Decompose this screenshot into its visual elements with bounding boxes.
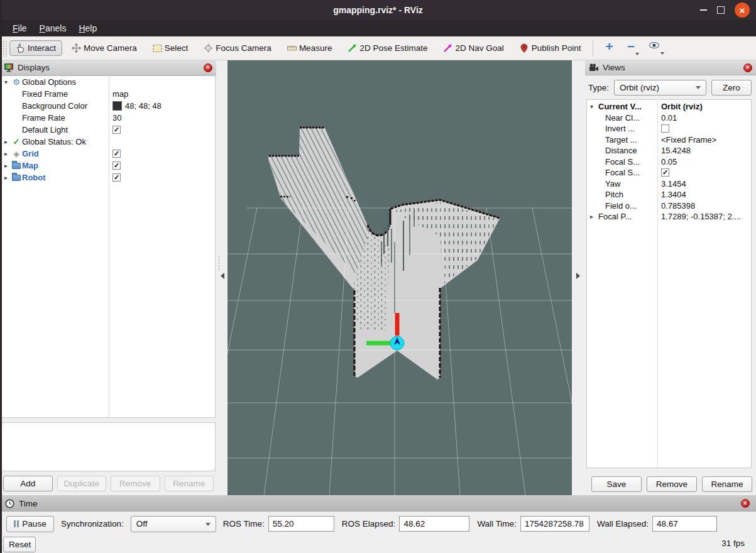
views-buttons: SaveRemoveRename [591,476,752,492]
property-value-cell[interactable]: 0.05 [657,157,677,167]
display-row-robot[interactable]: ▸Robot✓ [1,172,215,183]
property-value-cell[interactable]: ✓ [657,168,669,177]
expander-icon[interactable]: ▾ [590,103,598,110]
save-button[interactable]: Save [591,476,642,492]
expander-icon[interactable]: ▸ [590,213,598,220]
property-value-cell[interactable]: ✓ [109,173,121,182]
checkbox[interactable]: ✓ [112,162,121,170]
view-row-near-cl-[interactable]: Near Cl...0.01 [587,112,751,124]
time-panel-header[interactable]: Time × [0,496,756,512]
remove-tool-button[interactable]: − [622,40,640,57]
add-tool-button[interactable]: + [601,40,618,57]
menu-panels[interactable]: Panels [33,22,73,35]
view-row-focal-s-[interactable]: Focal S...0.05 [587,156,751,168]
display-row-grid[interactable]: ▸◈Grid✓ [1,148,215,160]
menu-help[interactable]: Help [72,22,103,35]
property-value-cell[interactable]: 15.4248 [657,146,691,155]
property-value-cell[interactable]: 48; 48; 48 [109,101,162,111]
checkbox[interactable]: ✓ [112,173,121,182]
right-splitter[interactable] [572,60,585,495]
time-field-label: ROS Time: [223,519,265,528]
display-row-map[interactable]: ▸Map✓ [1,160,215,172]
property-value-cell[interactable]: 30 [109,113,121,123]
view-row-distance[interactable]: Distance15.4248 [587,145,751,156]
expander-icon[interactable]: ▸ [1,162,11,169]
property-value-cell[interactable]: 1.7289; -0.15387; 2.... [657,212,741,221]
view-row-target-[interactable]: Target ...<Fixed Frame> [587,134,751,146]
tool-select[interactable]: Select [146,40,195,56]
display-row-background-color[interactable]: Background Color48; 48; 48 [1,100,215,112]
property-value-cell[interactable] [657,124,669,133]
view-row-current-v-[interactable]: ▾Current V...Orbit (rviz) [587,101,751,112]
wall-time-input[interactable] [520,516,589,532]
row-label-cell: Focal S... [587,156,657,168]
display-row-frame-rate[interactable]: Frame Rate30 [1,112,215,124]
sync-combo[interactable]: Off [131,516,216,532]
property-value-cell[interactable]: 0.785398 [657,201,695,211]
tool-interact[interactable]: Interact [9,40,62,56]
property-value-cell[interactable]: 0.01 [657,113,677,123]
views-panel-header[interactable]: Views × [585,60,756,75]
expander-icon[interactable]: ▸ [1,174,11,181]
checkbox[interactable] [661,124,669,133]
view-row-field-o-[interactable]: Field o...0.785398 [587,200,751,212]
reset-button[interactable]: Reset [3,537,36,552]
property-value-cell[interactable]: 3.1454 [657,179,686,189]
views-panel-title: Views [603,63,625,72]
left-splitter[interactable] [216,60,227,495]
checkbox[interactable]: ✓ [112,126,121,134]
view-type-combo[interactable]: Orbit (rviz) [614,80,706,96]
ros-elapsed-input[interactable] [399,516,469,532]
property-value-cell[interactable]: ✓ [109,150,121,158]
displays-splitter-handle[interactable] [0,419,216,422]
display-row-global-status-ok[interactable]: ▸✓Global Status: Ok [1,136,215,148]
property-value-cell[interactable]: ✓ [109,126,121,134]
menu-file[interactable]: File [6,22,33,35]
view-row-focal-p-[interactable]: ▸Focal P...1.7289; -0.15387; 2.... [587,211,751,222]
add-button[interactable]: Add [3,476,53,491]
displays-close-button[interactable]: × [204,63,212,72]
wall-elapsed-input[interactable] [652,516,717,532]
tool-measure[interactable]: Measure [281,40,339,56]
collapse-left-icon[interactable] [221,273,224,279]
tool-visibility-button[interactable] [644,40,665,57]
pause-label: Pause [22,519,46,528]
display-row-global-options[interactable]: ▾⚙Global Options [1,76,215,88]
views-close-button[interactable]: × [743,63,752,72]
property-value-cell[interactable]: ✓ [109,162,121,170]
titlebar[interactable]: gmapping.rviz* - RViz × [0,0,756,20]
view-row-pitch[interactable]: Pitch1.3404 [587,189,751,200]
checkbox[interactable]: ✓ [661,168,669,177]
expander-icon[interactable]: ▸ [1,150,11,157]
display-row-default-light[interactable]: Default Light✓ [1,124,215,136]
3d-viewport[interactable] [227,60,572,495]
tool-2d-nav-goal[interactable]: 2D Nav Goal [437,40,510,56]
view-row-invert-[interactable]: Invert ... [587,123,751,134]
expander-icon[interactable]: ▸ [1,138,11,145]
rename-button[interactable]: Rename [702,476,752,492]
property-value-cell[interactable]: Orbit (rviz) [657,102,703,111]
time-close-button[interactable]: × [741,499,750,508]
property-value-cell[interactable]: map [109,89,128,99]
minimize-button[interactable] [700,9,707,11]
collapse-right-icon[interactable] [576,273,580,279]
tool-publish-point[interactable]: Publish Point [513,40,588,56]
display-row-fixed-frame[interactable]: Fixed Framemap [1,88,215,100]
maximize-button[interactable] [717,6,725,14]
remove-button[interactable]: Remove [647,476,697,492]
view-row-focal-s-[interactable]: Focal S...✓ [587,167,751,178]
tool-focus-camera[interactable]: Focus Camera [197,40,278,56]
pause-button[interactable]: Pause [6,516,54,532]
displays-panel-header[interactable]: Displays × [0,60,216,75]
toolbar-drag-handle[interactable] [3,40,7,57]
ros-time-input[interactable] [268,516,334,532]
tool-2d-pose-estimate[interactable]: 2D Pose Estimate [341,40,434,56]
view-row-yaw[interactable]: Yaw3.1454 [587,178,751,190]
property-value-cell[interactable]: <Fixed Frame> [657,135,716,145]
checkbox[interactable]: ✓ [112,150,121,158]
tool-move-camera[interactable]: Move Camera [65,40,143,56]
property-value-cell[interactable]: 1.3404 [657,190,686,199]
zero-button[interactable]: Zero [711,80,752,96]
close-button[interactable]: × [735,3,750,18]
expander-icon[interactable]: ▾ [1,79,11,85]
